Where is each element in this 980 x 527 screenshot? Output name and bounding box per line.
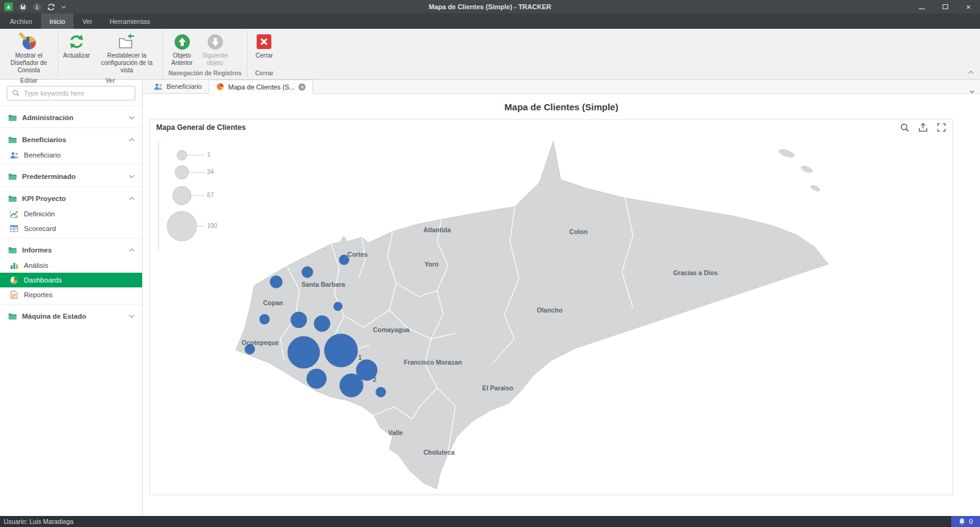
statusbar: Usuario: Luis Maradiaga 0 — [0, 516, 980, 527]
sidebar-item-reportes[interactable]: Reportes — [0, 287, 142, 302]
sidebar-group-administracion[interactable]: Administración — [0, 110, 142, 126]
map-bubble[interactable] — [260, 314, 270, 324]
legend-value: 67 — [207, 192, 214, 199]
previous-object-button[interactable]: Objeto Anterior — [165, 31, 199, 68]
sidebar-group-predeterminado[interactable]: Predeterminado — [0, 169, 142, 184]
map-bubble[interactable] — [340, 374, 363, 397]
notification-area[interactable]: 0 — [951, 516, 980, 527]
map-bubble[interactable] — [302, 267, 313, 278]
chevron-up-icon — [129, 138, 135, 142]
folder-icon — [7, 173, 17, 181]
ribbon-collapse-icon[interactable] — [968, 66, 974, 77]
folder-icon — [7, 136, 17, 144]
sidebar-item-scorecard[interactable]: Scorecard — [0, 221, 142, 236]
department-label-cortes: Cortes — [347, 251, 368, 258]
map-bubble[interactable] — [307, 369, 326, 389]
button-label: Mostrar el Diseñador de Consola — [4, 52, 53, 74]
folder-icon — [7, 114, 17, 122]
ribbon-group-editar: Mostrar el Diseñador de Consola Editar — [0, 29, 58, 79]
button-label: Objeto Anterior — [167, 52, 197, 67]
sidebar-group-maquina-de-estado[interactable]: Máquina de Estado — [0, 308, 142, 324]
main-area: BeneficiarioMapa de Clientes (S...× Mapa… — [143, 80, 980, 516]
menu-tab-archivo[interactable]: Archivo — [1, 13, 41, 29]
button-label: Cerrar — [255, 52, 273, 59]
people-icon — [154, 83, 163, 91]
app-icon — [4, 2, 13, 11]
sidebar-group-label: Informes — [22, 246, 52, 254]
panel-title: Mapa General de Clientes — [156, 123, 246, 132]
about-icon[interactable] — [33, 3, 41, 11]
sidebar-group-beneficiarios[interactable]: Beneficiarios — [0, 132, 142, 148]
department-label-atlantida: Atlantida — [423, 227, 451, 233]
quick-access-dropdown-icon[interactable] — [61, 6, 66, 9]
sidebar-group-informes[interactable]: Informes — [0, 242, 142, 258]
bar-chart-icon — [9, 261, 19, 270]
department-label-santa-barbara: Santa Barbara — [301, 281, 345, 288]
fullscreen-icon[interactable] — [937, 123, 946, 132]
document-tab-mapa-de-clientes-s[interactable]: Mapa de Clientes (S...× — [209, 80, 313, 94]
close-window-button[interactable]: × — [957, 0, 980, 13]
minimize-button[interactable] — [910, 0, 933, 13]
export-icon[interactable] — [918, 123, 928, 132]
show-console-designer-button[interactable]: Mostrar el Diseñador de Consola — [2, 31, 56, 75]
department-label-yoro: Yoro — [424, 261, 439, 268]
report-icon — [9, 290, 19, 299]
department-label-francisco-morazan: Francisco Morazan — [404, 359, 462, 366]
map-bubble[interactable] — [325, 334, 358, 367]
maximize-button[interactable] — [933, 0, 957, 13]
quick-refresh-icon[interactable] — [47, 3, 55, 11]
map-bubble[interactable] — [339, 255, 349, 265]
search-icon — [12, 89, 20, 97]
document-tab-beneficiario[interactable]: Beneficiario — [146, 80, 209, 93]
sidebar-item-analisis[interactable]: Análisis — [0, 258, 142, 273]
ribbon-group-ver: Actualizar Restablecer la configuración … — [58, 29, 162, 79]
department-label-choluteca: Choluteca — [423, 449, 454, 456]
ribbon-group-cerrar: Cerrar Cerrar — [247, 29, 281, 79]
sidebar-group-label: KPI Proyecto — [22, 195, 66, 202]
search-input[interactable] — [24, 89, 130, 97]
map-bubble[interactable] — [314, 316, 330, 332]
save-icon[interactable] — [19, 3, 27, 11]
map-bubble[interactable] — [376, 387, 386, 397]
menu-tab-inicio[interactable]: Inicio — [41, 13, 74, 29]
map-bubble[interactable] — [270, 276, 282, 288]
map-bubble[interactable] — [288, 336, 320, 368]
legend-bubble — [173, 186, 191, 205]
sidebar: AdministraciónBeneficiariosBeneficiarioP… — [0, 80, 143, 516]
sidebar-search — [7, 86, 135, 100]
legend-bubble — [167, 211, 197, 241]
map-bubble[interactable] — [334, 302, 342, 311]
button-label: Siguiente objeto — [202, 52, 228, 67]
zoom-icon[interactable] — [900, 123, 910, 132]
folder-icon — [7, 246, 17, 254]
folder-icon — [7, 313, 17, 320]
bell-icon — [959, 518, 965, 525]
window-title: Mapa de Clientes (Simple) - TRACKER — [0, 3, 980, 10]
sidebar-item-label: Análisis — [24, 262, 48, 269]
menubar: ArchivoInicioVerHerramientas — [0, 13, 980, 29]
chevron-down-icon — [129, 116, 135, 119]
legend-value: 34 — [207, 169, 214, 175]
pie-orange-icon — [216, 83, 224, 91]
tab-close-icon[interactable]: × — [298, 83, 306, 91]
next-object-button[interactable]: Siguiente objeto — [199, 31, 231, 68]
chart-edit-icon — [9, 210, 19, 218]
dashboard-content: Mapa de Clientes (Simple) Mapa General d… — [143, 94, 980, 516]
close-tab-button[interactable]: Cerrar — [249, 31, 279, 61]
map-bubble[interactable] — [245, 344, 255, 354]
menu-tab-ver[interactable]: Ver — [74, 13, 101, 29]
reset-view-button[interactable]: Restablecer la configuración de la vista — [93, 31, 160, 75]
refresh-button[interactable]: Actualizar — [60, 31, 93, 61]
sidebar-item-label: Scorecard — [24, 225, 56, 232]
sidebar-group-kpi-proyecto[interactable]: KPI Proyecto — [0, 191, 142, 207]
menu-tab-herramientas[interactable]: Herramientas — [101, 13, 159, 29]
sidebar-item-beneficiario[interactable]: Beneficiario — [0, 148, 142, 162]
reset-view-icon — [118, 32, 136, 51]
minimize-icon — [919, 9, 925, 9]
sidebar-item-definicion[interactable]: Definición — [0, 207, 142, 221]
sidebar-item-dashboards[interactable]: Dashboards — [0, 273, 142, 287]
map-bubble[interactable] — [291, 312, 307, 328]
legend-bubble — [175, 165, 189, 179]
console-designer-icon — [19, 32, 39, 51]
document-tab-bar: BeneficiarioMapa de Clientes (S...× — [143, 80, 980, 94]
